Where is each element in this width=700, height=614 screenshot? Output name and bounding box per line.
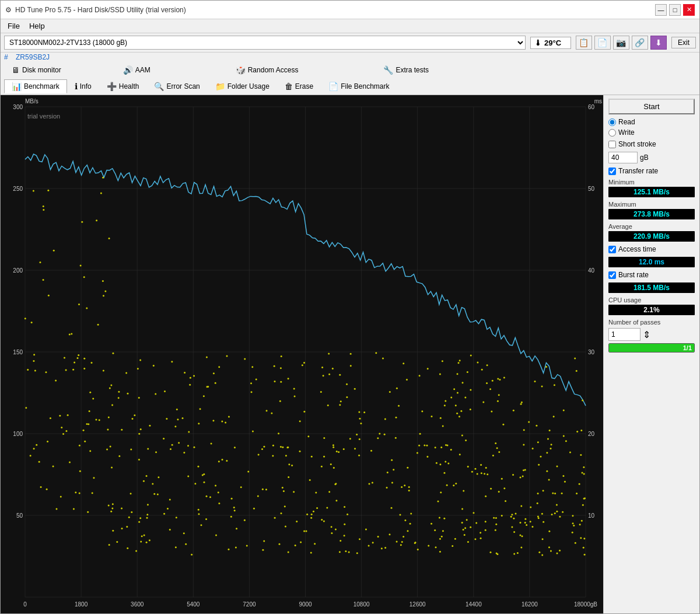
- maximum-label: Maximum: [608, 201, 695, 208]
- tab-benchmark[interactable]: 📊 Benchmark: [4, 79, 67, 93]
- folder-usage-icon: 📁: [215, 82, 225, 91]
- minimum-value: 125.1 MB/s: [608, 187, 695, 197]
- app-icon: ⚙: [5, 6, 12, 14]
- write-radio[interactable]: [608, 129, 616, 137]
- title-bar-controls: — □ ✕: [655, 4, 695, 16]
- progress-bar: 1/1: [608, 343, 695, 353]
- device-bar: ST18000NM002J-2TV133 (18000 gB) 🌡 29°C 📋…: [1, 33, 699, 53]
- access-time-value: 12.0 ms: [608, 257, 695, 267]
- content-area: Start Read Write Short stroke gB: [1, 95, 699, 613]
- short-stroke-label: Short stroke: [618, 140, 656, 148]
- folder-usage-label: Folder Usage: [228, 82, 270, 90]
- copy-button[interactable]: 📋: [576, 36, 592, 50]
- minimize-button[interactable]: —: [655, 4, 667, 16]
- nav-row-2: 📊 Benchmark ℹ Info ➕ Health 🔍 Error Scan…: [1, 78, 699, 95]
- toolbar-icons: 📋 📄 📷 🔗 ⬇: [576, 36, 667, 50]
- tab-health[interactable]: ➕ Health: [99, 79, 147, 93]
- tab-folder-usage[interactable]: 📁 Folder Usage: [208, 79, 277, 93]
- short-stroke-row: gB: [608, 152, 695, 163]
- passes-input[interactable]: [608, 328, 640, 341]
- title-bar-left: ⚙ HD Tune Pro 5.75 - Hard Disk/SSD Utili…: [5, 6, 186, 14]
- transfer-rate-option[interactable]: Transfer rate: [608, 167, 695, 175]
- device-serial-bar: # ZR59SB2J: [1, 53, 699, 62]
- temperature-value: 29°C: [544, 39, 561, 47]
- burst-rate-value: 181.5 MB/s: [608, 282, 695, 293]
- cpu-usage-value: 2.1%: [608, 305, 695, 315]
- read-radio[interactable]: [608, 118, 616, 126]
- extra-tests-label: Extra tests: [396, 66, 429, 74]
- progress-section: Number of passes ⇕ 1/1: [608, 319, 695, 353]
- nav-tabs: 🖥 Disk monitor 🔊 AAM 🎲 Random Access 🔧 E…: [1, 62, 699, 95]
- write-label: Write: [618, 128, 635, 137]
- read-write-group: Read Write: [608, 118, 695, 137]
- exit-button[interactable]: Exit: [671, 37, 696, 48]
- short-stroke-checkbox[interactable]: [608, 141, 616, 148]
- copy2-button[interactable]: 📄: [594, 36, 611, 50]
- info-label: Info: [80, 82, 92, 90]
- error-scan-label: Error Scan: [166, 82, 200, 90]
- short-stroke-input[interactable]: [608, 152, 638, 163]
- transfer-rate-checkbox[interactable]: [608, 168, 616, 175]
- thermometer-icon: 🌡: [534, 39, 542, 47]
- average-label: Average: [608, 223, 695, 230]
- passes-spinner[interactable]: ⇕: [643, 329, 650, 340]
- main-window: ⚙ HD Tune Pro 5.75 - Hard Disk/SSD Utili…: [0, 0, 700, 614]
- tab-error-scan[interactable]: 🔍 Error Scan: [146, 79, 207, 93]
- tab-aam[interactable]: 🔊 AAM: [116, 63, 158, 77]
- read-label: Read: [618, 118, 635, 126]
- benchmark-icon: 📊: [12, 82, 22, 91]
- tab-erase[interactable]: 🗑 Erase: [277, 79, 321, 93]
- error-scan-icon: 🔍: [154, 82, 164, 91]
- health-label: Health: [119, 82, 139, 90]
- health-icon: ➕: [107, 82, 117, 91]
- file-benchmark-icon: 📄: [328, 82, 338, 91]
- transfer-rate-label: Transfer rate: [618, 167, 658, 175]
- minimum-stat: Minimum 125.1 MB/s: [608, 179, 695, 197]
- access-time-checkbox[interactable]: [608, 246, 616, 253]
- erase-label: Erase: [295, 82, 313, 90]
- passes-row: ⇕: [608, 328, 695, 341]
- cpu-usage-stat: CPU usage 2.1%: [608, 296, 695, 315]
- extra-tests-icon: 🔧: [383, 65, 393, 75]
- disk-monitor-icon: 🖥: [12, 65, 20, 75]
- start-button[interactable]: Start: [608, 99, 695, 114]
- tab-disk-monitor[interactable]: 🖥 Disk monitor: [4, 63, 69, 77]
- burst-rate-label: Burst rate: [618, 271, 649, 279]
- maximum-stat: Maximum 273.8 MB/s: [608, 201, 695, 219]
- random-access-label: Random Access: [248, 66, 299, 74]
- burst-rate-checkbox[interactable]: [608, 271, 616, 279]
- progress-fill: [609, 344, 694, 352]
- serial-number: ZR59SB2J: [16, 53, 50, 61]
- close-button[interactable]: ✕: [683, 4, 695, 16]
- title-bar: ⚙ HD Tune Pro 5.75 - Hard Disk/SSD Utili…: [1, 1, 699, 19]
- disk-monitor-label: Disk monitor: [22, 66, 61, 74]
- tab-extra-tests[interactable]: 🔧 Extra tests: [376, 63, 436, 77]
- average-stat: Average 220.9 MB/s: [608, 223, 695, 242]
- help-menu[interactable]: Help: [24, 20, 50, 32]
- read-option[interactable]: Read: [608, 118, 695, 126]
- camera-button[interactable]: 📷: [613, 36, 629, 50]
- device-select[interactable]: ST18000NM002J-2TV133 (18000 gB): [4, 36, 526, 50]
- file-menu[interactable]: File: [3, 20, 24, 32]
- short-stroke-option[interactable]: Short stroke: [608, 140, 695, 148]
- link-button[interactable]: 🔗: [632, 36, 648, 50]
- access-time-option[interactable]: Access time: [608, 245, 695, 253]
- menu-bar: File Help: [1, 19, 699, 33]
- average-value: 220.9 MB/s: [608, 231, 695, 242]
- window-title: HD Tune Pro 5.75 - Hard Disk/SSD Utility…: [15, 6, 186, 14]
- cpu-usage-label: CPU usage: [608, 296, 695, 303]
- nav-row-1: 🖥 Disk monitor 🔊 AAM 🎲 Random Access 🔧 E…: [1, 62, 699, 78]
- download-button[interactable]: ⬇: [650, 36, 667, 50]
- passes-label: Number of passes: [608, 319, 695, 326]
- info-icon: ℹ: [75, 82, 78, 91]
- file-benchmark-label: File Benchmark: [341, 82, 389, 90]
- burst-rate-option[interactable]: Burst rate: [608, 271, 695, 279]
- tab-info[interactable]: ℹ Info: [67, 79, 99, 93]
- short-stroke-unit: gB: [640, 154, 649, 162]
- access-time-label: Access time: [618, 245, 656, 253]
- temperature-badge: 🌡 29°C: [530, 37, 571, 49]
- tab-random-access[interactable]: 🎲 Random Access: [228, 63, 306, 77]
- write-option[interactable]: Write: [608, 128, 695, 137]
- tab-file-benchmark[interactable]: 📄 File Benchmark: [321, 79, 397, 93]
- maximize-button[interactable]: □: [669, 4, 681, 16]
